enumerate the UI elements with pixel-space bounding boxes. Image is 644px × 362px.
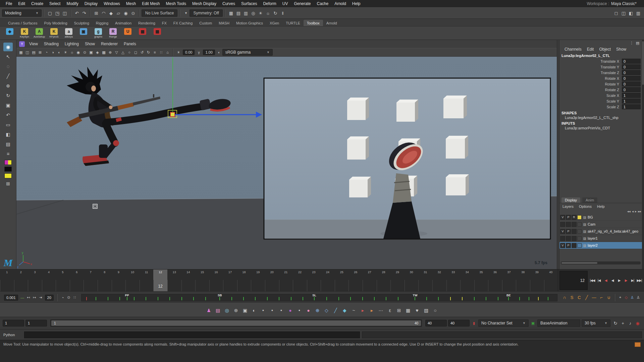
menu-item[interactable]: Edit Mesh: [139, 1, 163, 6]
viewport-menu-item[interactable]: View: [26, 42, 41, 46]
timeline-frame[interactable]: 17: [223, 269, 237, 291]
bookmark-icon[interactable]: ⊞: [37, 49, 43, 56]
timeline-ruler[interactable]: 1 2 3 4 5: [0, 269, 558, 291]
animation-end-field[interactable]: 40: [448, 320, 470, 326]
layer-visible-toggle[interactable]: [560, 236, 565, 241]
timeline-frame[interactable]: 34: [460, 269, 474, 291]
layer-next-all-icon[interactable]: ▸▸: [638, 209, 641, 213]
command-language-toggle[interactable]: Python: [2, 333, 22, 337]
lock-camera-icon[interactable]: ◫: [24, 49, 31, 56]
timeline-marker[interactable]: [350, 297, 351, 300]
timeline-frame[interactable]: 38: [516, 269, 530, 291]
playback-end-field[interactable]: 40: [425, 320, 447, 326]
channel-row[interactable]: Rotate X 0: [559, 75, 644, 81]
timeline-frame[interactable]: 5: [56, 269, 70, 291]
timeline-frame[interactable]: 21: [279, 269, 293, 291]
timeline-frame[interactable]: 15: [195, 269, 209, 291]
layer-reference-toggle[interactable]: [572, 236, 577, 241]
playback-speed-field[interactable]: 0.001: [4, 295, 18, 301]
channel-value-field[interactable]: 0: [622, 87, 641, 92]
new-scene-icon[interactable]: ▢: [46, 9, 54, 17]
layer-visible-toggle[interactable]: V: [560, 229, 565, 234]
channel-box-menu-item[interactable]: Show: [614, 47, 629, 52]
menu-item[interactable]: Mesh: [123, 1, 139, 6]
timeline-frame[interactable]: 19: [251, 269, 265, 291]
ao-icon[interactable]: ◉: [75, 49, 82, 56]
channel-box-scrollbar[interactable]: [642, 40, 644, 269]
layer-row[interactable]: ▨ layer1: [559, 235, 644, 242]
channel-value-field[interactable]: 1: [622, 93, 641, 98]
timeline-frame[interactable]: 18: [237, 269, 251, 291]
layer-name[interactable]: layer2: [588, 243, 598, 247]
menu-item[interactable]: Cache: [314, 1, 331, 6]
res-gate-icon[interactable]: ↻: [145, 49, 152, 56]
timeline-frame[interactable]: 9: [112, 269, 126, 291]
allkeys-shelf-icon[interactable]: a allkeys: [62, 28, 75, 38]
timeline-frame[interactable]: 7: [84, 269, 98, 291]
go-to-end-button[interactable]: ▶▶|: [636, 277, 643, 284]
tangent-step-icon[interactable]: ⌐: [598, 295, 605, 300]
colorspace-selector[interactable]: sRGB gamma ▼: [222, 49, 273, 56]
menu-item[interactable]: Mesh Tools: [163, 1, 189, 6]
timeline-marker[interactable]: [243, 297, 244, 300]
key-options-icon[interactable]: ∷: [72, 295, 78, 301]
box-icon[interactable]: ▧: [423, 307, 430, 314]
panel-menu-icon[interactable]: ▤: [635, 40, 641, 46]
timeline-frame[interactable]: 4: [42, 269, 56, 291]
panel-divider[interactable]: [557, 40, 559, 269]
scale-tool[interactable]: ▣: [3, 101, 13, 110]
textured-icon[interactable]: ▩: [101, 49, 107, 56]
grid-icon[interactable]: ◻: [132, 49, 139, 56]
snap-curve-icon[interactable]: ◠: [100, 9, 107, 17]
timeline-frame[interactable]: 37: [502, 269, 516, 291]
render-view-icon[interactable]: ▤: [235, 9, 242, 17]
timeline-frame[interactable]: 31: [418, 269, 432, 291]
exposure-field[interactable]: 0.00: [183, 50, 195, 55]
menu-item[interactable]: Mesh Display: [189, 1, 219, 6]
snap-plane-icon[interactable]: ▱: [115, 9, 122, 17]
tangent-auto-icon[interactable]: ∩: [561, 295, 568, 300]
layer-playback-toggle[interactable]: [566, 222, 571, 227]
tangent-linear-icon[interactable]: ╱: [583, 295, 590, 300]
channel-value-field[interactable]: 1: [622, 99, 641, 104]
dot-icon-4[interactable]: •: [296, 307, 303, 314]
timeline-marker[interactable]: [519, 297, 520, 300]
split-pane-icon[interactable]: ◧: [627, 9, 635, 17]
character-blue-icon[interactable]: ♙: [629, 295, 635, 301]
tab-anim[interactable]: Anim: [582, 197, 597, 203]
next-key-icon[interactable]: ↦: [32, 295, 38, 301]
outliner-pane-icon[interactable]: ▥: [635, 9, 642, 17]
play-forwards-button[interactable]: ▶: [616, 277, 623, 284]
camera-tool[interactable]: ▤: [3, 140, 13, 148]
play-backwards-button[interactable]: ◀: [609, 277, 616, 284]
channel-row[interactable]: Scale Z 1: [559, 104, 644, 110]
snap-together-tool[interactable]: ◧: [3, 130, 13, 139]
layer-name[interactable]: ak47_rig_v0_4_beta:ak47_geo: [588, 229, 638, 233]
timeline-marker[interactable]: [529, 297, 529, 300]
timeline-marker[interactable]: [398, 297, 398, 300]
timeline-marker[interactable]: [450, 297, 451, 300]
timeline-marker[interactable]: [498, 297, 498, 300]
timeline-marker[interactable]: [108, 297, 108, 300]
studio-library-shelf-icon[interactable]: ▦: [136, 28, 149, 38]
grid-small-icon[interactable]: ▦: [405, 307, 412, 314]
playback-start-field[interactable]: 1: [3, 320, 24, 326]
isolate-icon[interactable]: ○: [126, 49, 132, 56]
anim-layer-icon[interactable]: ▣: [530, 320, 536, 326]
menu-item[interactable]: Modify: [63, 1, 81, 6]
layer-row[interactable]: V P ▨ ak47_rig_v0_4_beta:ak47_geo: [559, 228, 644, 235]
grid-toggle-icon[interactable]: ⊞: [3, 179, 13, 188]
timeline-frame[interactable]: 40: [544, 269, 558, 291]
channel-value-field[interactable]: 1: [622, 104, 641, 109]
panel-logo-icon[interactable]: Y: [19, 41, 25, 47]
paint-select-tool[interactable]: ╱: [3, 72, 13, 80]
layer-playback-toggle[interactable]: P: [566, 229, 571, 234]
live-surface-field[interactable]: No Live Surface: [142, 9, 177, 17]
timeline-marker[interactable]: [426, 297, 427, 300]
timeline-marker[interactable]: [303, 297, 303, 300]
timeline-frame[interactable]: 23: [307, 269, 321, 291]
channel-row[interactable]: Scale X 1: [559, 93, 644, 98]
timeline-marker[interactable]: [231, 297, 232, 300]
layer-editor-menu-item[interactable]: Options: [577, 204, 594, 208]
tangent-spline-icon[interactable]: S: [568, 295, 576, 300]
